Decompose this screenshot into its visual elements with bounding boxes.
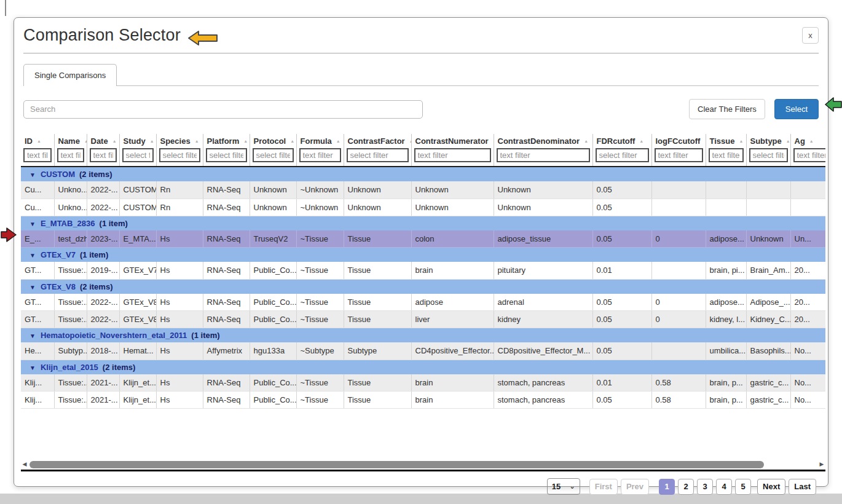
cell: stomach, pancreas [494, 374, 592, 392]
tissue-filter-input[interactable] [709, 148, 744, 162]
study-filter-input[interactable] [122, 148, 154, 162]
column-header-tissue[interactable]: Tissue▲ [706, 134, 746, 147]
cell: 0 [651, 230, 706, 248]
close-button[interactable]: x [802, 27, 819, 44]
column-header-logfccutoff[interactable]: logFCcutoff▲ [651, 134, 706, 147]
group-row-hematopoietic_novershtern_etal_2011[interactable]: ▼Hematopoietic_Novershtern_etal_2011(1 i… [21, 328, 825, 343]
ag-filter-input[interactable] [793, 148, 826, 162]
table-row[interactable]: Klij...Tissue:...2021-...Klijn_et...HsRN… [21, 374, 825, 392]
date-filter-input[interactable] [90, 148, 117, 162]
last-page-button[interactable]: Last [789, 479, 816, 495]
protocol-filter-input[interactable] [253, 148, 294, 162]
cell: adrenal [494, 294, 592, 311]
platform-filter-input[interactable] [206, 148, 247, 162]
table-row[interactable]: He...Subtyp...2018-...Hemat...HsAffymetr… [21, 342, 825, 360]
column-header-contrastnumerator[interactable]: ContrastNumerator▲ [411, 134, 494, 147]
cell: 0.01 [592, 374, 651, 392]
cell: stomach, pancreas [494, 392, 592, 409]
first-page-button[interactable]: First [589, 479, 618, 495]
page-button-3[interactable]: 3 [697, 479, 713, 495]
group-row-klijn_etal_2015[interactable]: ▼Klijn_etal_2015(2 items) [21, 360, 825, 374]
tab-single-comparisons[interactable]: Single Comparisons [23, 64, 117, 86]
logfccutoff-filter-input[interactable] [655, 148, 703, 162]
column-header-contrastfactor[interactable]: ContrastFactor▲ [344, 134, 411, 147]
cell: gastric_c... [746, 392, 790, 409]
column-header-subtype[interactable]: Subtype▲ [746, 134, 790, 147]
scroll-left-icon[interactable]: ◀ [21, 460, 28, 468]
cell: Unknown [411, 181, 494, 199]
name-filter-input[interactable] [57, 148, 84, 162]
column-header-ag[interactable]: Ag▲ [790, 134, 825, 147]
sort-asc-icon: ▲ [336, 139, 340, 143]
scrollbar-thumb[interactable] [30, 461, 764, 468]
table-row-selected[interactable]: E_...test_dzh2023-...E_MTA...HsRNA-SeqTr… [21, 230, 825, 248]
collapse-caret-icon: ▼ [30, 221, 36, 227]
page-button-4[interactable]: 4 [716, 479, 732, 495]
column-label: Study [124, 136, 146, 146]
table-row[interactable]: Klij...Tissue:...2021-...Klijn_et...HsRN… [21, 392, 825, 409]
scrollbar-track[interactable] [28, 461, 818, 468]
column-header-name[interactable]: Name▲ [54, 134, 87, 147]
table-row[interactable]: Cu...Unkno...2022-...CUSTOMRnRNA-SeqUnkn… [21, 181, 825, 199]
scroll-right-icon[interactable]: ▶ [818, 460, 825, 468]
page-button-2[interactable]: 2 [678, 479, 694, 495]
column-label: Platform [207, 136, 240, 146]
table-row[interactable]: GT...Tissue:...2022-...GTEx_V8HsRNA-SeqP… [21, 311, 825, 328]
horizontal-scrollbar[interactable]: ◀ ▶ [21, 460, 825, 468]
select-button[interactable]: Select [774, 99, 819, 119]
page-button-5[interactable]: 5 [735, 479, 751, 495]
clear-filters-button[interactable]: Clear The Filters [689, 99, 765, 119]
cell: 20... [790, 294, 825, 311]
chevron-down-icon: ⌄ [569, 482, 575, 490]
cell: CD8positive_Effector_M... [494, 342, 592, 360]
sort-asc-icon: ▲ [150, 139, 154, 143]
filter-cell [411, 147, 494, 166]
column-header-study[interactable]: Study▲ [119, 134, 156, 147]
cell: Unkno... [54, 181, 87, 199]
prev-page-button[interactable]: Prev [621, 479, 649, 495]
cell: RNA-Seq [203, 262, 250, 279]
column-header-contrastdenominator[interactable]: ContrastDenominator▲ [494, 134, 592, 147]
species-filter-input[interactable] [159, 148, 200, 162]
cell: Affymetrix [203, 342, 250, 360]
column-header-formula[interactable]: Formula▲ [296, 134, 344, 147]
column-header-platform[interactable]: Platform▲ [203, 134, 250, 147]
subtype-filter-input[interactable] [749, 148, 788, 162]
cell: 2022-... [87, 311, 119, 328]
contrastdenominator-filter-input[interactable] [497, 148, 590, 162]
column-header-species[interactable]: Species▲ [156, 134, 203, 147]
group-name: Hematopoietic_Novershtern_etal_2011 [41, 331, 187, 340]
cell: ~Subtype [296, 342, 344, 360]
cell: 0 [651, 294, 706, 311]
group-row-e_mtab_2836[interactable]: ▼E_MTAB_2836(1 item) [21, 216, 825, 230]
cell: Tissue:... [54, 392, 87, 409]
id-filter-input[interactable] [23, 148, 52, 162]
toolbar: Clear The Filters Select [23, 99, 819, 119]
formula-filter-input[interactable] [299, 148, 341, 162]
column-header-protocol[interactable]: Protocol▲ [250, 134, 296, 147]
page-size-select[interactable]: 15 ⌄ [547, 478, 580, 495]
contrastnumerator-filter-input[interactable] [414, 148, 491, 162]
table-row[interactable]: Cu...Unkno...2022-...CUSTOMRnRNA-SeqUnkn… [21, 199, 825, 216]
group-row-gtex_v7[interactable]: ▼GTEx_V7(1 item) [21, 248, 825, 262]
cell: No... [790, 392, 825, 409]
page-button-1[interactable]: 1 [659, 479, 675, 495]
group-row-gtex_v8[interactable]: ▼GTEx_V8(2 items) [21, 279, 825, 294]
cell: Tissue:... [54, 262, 87, 279]
sort-asc-icon: ▲ [809, 139, 814, 143]
modal-header: Comparison Selector x [21, 18, 821, 45]
search-input[interactable] [23, 100, 423, 119]
fdrcutoff-filter-input[interactable] [596, 148, 649, 162]
column-header-date[interactable]: Date▲ [87, 134, 119, 147]
column-header-id[interactable]: ID▲ [21, 134, 54, 147]
table-row[interactable]: GT...Tissue:...2022-...GTEx_V8HsRNA-SeqP… [21, 294, 825, 311]
cell: GT... [21, 311, 54, 328]
next-page-button[interactable]: Next [757, 479, 785, 495]
contrastfactor-filter-input[interactable] [347, 148, 409, 162]
filter-cell [790, 147, 825, 166]
table-row[interactable]: GT...Tissue:...2019-...GTEx_V7HsRNA-SeqP… [21, 262, 825, 279]
column-header-fdrcutoff[interactable]: FDRcutoff▲ [592, 134, 651, 147]
column-label: logFCcutoff [656, 136, 701, 146]
cell: RNA-Seq [203, 181, 250, 199]
group-row-custom[interactable]: ▼CUSTOM(2 items) [21, 167, 825, 181]
